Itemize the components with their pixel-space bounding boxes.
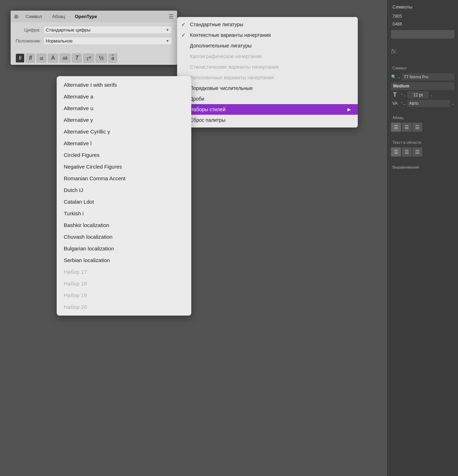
ss-item-alt-u[interactable]: Alternative u: [57, 102, 191, 114]
menu-item-label: Дроби: [190, 96, 204, 102]
menu-item-label: Контекстные варианты начертания: [190, 32, 271, 38]
ss-item-set-18: Набор 18: [57, 278, 191, 289]
kerning-dropdown[interactable]: Авто: [407, 100, 450, 107]
menu-item-reset[interactable]: Сброс палитры: [177, 115, 358, 125]
paragraph-section: Абзац ☰ ☰ ☰: [388, 113, 458, 132]
position-select[interactable]: Нормальное: [43, 37, 172, 45]
digit-field-row: Цифра: Стандартные цифры ▼: [16, 26, 172, 34]
align-right-btn[interactable]: ☰: [412, 123, 422, 132]
symbol-label: Символ: [391, 63, 454, 72]
alignment-label: Выравнивание: [391, 162, 454, 171]
symbol-section: Символ 🔍 ⌄ TT Norms Pro Medium T ⌃⌄ 12 p…: [388, 63, 458, 107]
close-button[interactable]: [14, 15, 18, 19]
ot-btn-st[interactable]: st: [36, 53, 46, 63]
panel-tabs: Символ Абзац OpenType: [21, 13, 166, 20]
menu-item-label: Заголовочные варианты начертания: [190, 75, 274, 80]
menu-item-label: Сброс палитры: [190, 117, 225, 123]
font-name[interactable]: TT Norms Pro: [402, 73, 454, 80]
tab-symbol[interactable]: Символ: [21, 13, 47, 20]
menu-item-label: Стандартные лигатуры: [190, 22, 243, 27]
ss-item-alt-l[interactable]: Alternative l: [57, 137, 191, 149]
ss-item-serbian[interactable]: Serbian localization: [57, 254, 191, 266]
menu-item-additional-ligatures[interactable]: Дополнительные лигатуры: [177, 40, 358, 51]
opentype-panel: Символ Абзац OpenType ☰ Цифра: Стандартн…: [11, 11, 177, 65]
ss-item-catalan[interactable]: Catalan Ldot: [57, 196, 191, 208]
opentype-buttons: fi ﬂ st A aā T 1st ½ a: [11, 51, 177, 65]
menu-item-fractions[interactable]: Дроби: [177, 94, 358, 104]
text-align-right-btn[interactable]: ☰: [412, 147, 422, 157]
font-size-input[interactable]: 12 pt: [407, 91, 429, 98]
ss-item-bashkir[interactable]: Bashkir localization: [57, 219, 191, 231]
alignment-section: Выравнивание: [388, 162, 458, 171]
text-area-align-buttons: ☰ ☰ ☰: [391, 147, 454, 157]
position-label: Положение:: [16, 38, 40, 44]
paragraph-label: Абзац: [391, 113, 454, 121]
size-unit-dropdown[interactable]: ⌄: [430, 93, 433, 97]
ss-item-chuvash[interactable]: Chuvash localization: [57, 231, 191, 243]
ss-item-alt-y[interactable]: Alternative y: [57, 114, 191, 126]
ss-item-turkish-i[interactable]: Turkish i: [57, 208, 191, 219]
menu-item-titling: Заголовочные варианты начертания: [177, 72, 358, 83]
ot-btn-fl[interactable]: ﬂ: [26, 53, 35, 63]
dropdown-menu: Стандартные лигатуры Контекстные вариант…: [177, 17, 358, 128]
kerning-stepper[interactable]: ⌃⌄: [400, 102, 406, 106]
menu-item-stylistic: Стилистические варианты начертания: [177, 62, 358, 72]
menu-item-contextual[interactable]: Контекстные варианты начертания: [177, 30, 358, 40]
panel-titlebar: Символ Абзац OpenType ☰: [11, 11, 177, 22]
right-panel-title: Символы: [388, 0, 458, 12]
position-field-row: Положение: Нормальное ▼: [16, 37, 172, 45]
digit-label: Цифра:: [16, 27, 40, 33]
ss-item-negative-circled[interactable]: Negative Circled Figures: [57, 161, 191, 172]
text-align-left-btn[interactable]: ☰: [391, 147, 401, 157]
fx-label: fx.: [388, 41, 458, 57]
panel-menu-button[interactable]: ☰: [169, 13, 174, 20]
text-align-center-btn[interactable]: ☰: [402, 147, 412, 157]
digit-select[interactable]: Стандартные цифры: [43, 26, 172, 34]
text-area-label: Текст в области: [391, 137, 454, 146]
menu-item-calligraphic: Каллиграфическое начертание: [177, 51, 358, 62]
panel-body: Цифра: Стандартные цифры ▼ Положение: Но…: [11, 22, 177, 51]
search-icon: 🔍: [391, 74, 396, 79]
menu-item-style-sets[interactable]: Наборы стилей ▶: [177, 104, 358, 115]
ss-item-set-20: Набор 20: [57, 301, 191, 313]
right-panel-value-2: 0488: [388, 20, 458, 28]
ot-btn-swash[interactable]: T: [72, 53, 82, 63]
dropdown-control[interactable]: [391, 30, 454, 39]
ss-item-circled-figures[interactable]: Circled Figures: [57, 149, 191, 161]
ss-item-bulgarian[interactable]: Bulgarian localization: [57, 243, 191, 254]
menu-item-standard-ligatures[interactable]: Стандартные лигатуры: [177, 19, 358, 30]
ot-btn-fi[interactable]: fi: [16, 53, 24, 63]
menu-item-label: Дополнительные лигатуры: [190, 43, 251, 49]
ot-btn-fraction[interactable]: ½: [96, 53, 107, 63]
ss-item-alt-cyrillic-y[interactable]: Alternative Cyrillic y: [57, 126, 191, 137]
text-size-icon: T: [391, 92, 399, 98]
font-search-row: 🔍 ⌄ TT Norms Pro: [391, 73, 454, 81]
text-area-section: Текст в области ☰ ☰ ☰: [388, 137, 458, 157]
ss-item-romanian[interactable]: Romanian Comma Accent: [57, 172, 191, 184]
font-size-row: T ⌃⌄ 12 pt ⌄: [391, 91, 454, 98]
tab-paragraph[interactable]: Абзац: [47, 13, 70, 20]
align-center-btn[interactable]: ☰: [402, 123, 412, 132]
ot-btn-ordinal[interactable]: 1st: [83, 53, 94, 63]
kerning-dropdown-arrow[interactable]: ⌄: [452, 102, 454, 106]
kerning-icon: VA: [391, 101, 399, 106]
ot-btn-contextual[interactable]: aā: [60, 53, 70, 63]
ss-item-set-19: Набор 19: [57, 289, 191, 301]
align-left-btn[interactable]: ☰: [391, 123, 401, 132]
menu-item-ordinals[interactable]: Порядковые числительные: [177, 83, 358, 94]
ss-item-alt-i-serifs[interactable]: Alternative I with serifs: [57, 79, 191, 91]
menu-item-label: Наборы стилей: [190, 107, 225, 112]
submenu-chevron: ▶: [347, 107, 351, 112]
right-panel-value-1: 7805: [388, 12, 458, 20]
ot-btn-titling[interactable]: A: [48, 53, 58, 63]
kerning-row: VA ⌃⌄ Авто ⌄: [391, 100, 454, 107]
ss-item-set-17: Набор 17: [57, 266, 191, 278]
menu-item-label: Порядковые числительные: [190, 85, 253, 91]
ot-btn-glyph[interactable]: a: [108, 53, 118, 63]
font-sort-icon: ⌄: [397, 75, 401, 79]
tab-opentype[interactable]: OpenType: [70, 13, 102, 20]
ss-item-alt-a[interactable]: Alternative a: [57, 91, 191, 102]
size-stepper-icon[interactable]: ⌃⌄: [400, 93, 406, 97]
font-style[interactable]: Medium: [391, 82, 454, 90]
ss-item-dutch-ij[interactable]: Dutch IJ: [57, 184, 191, 196]
